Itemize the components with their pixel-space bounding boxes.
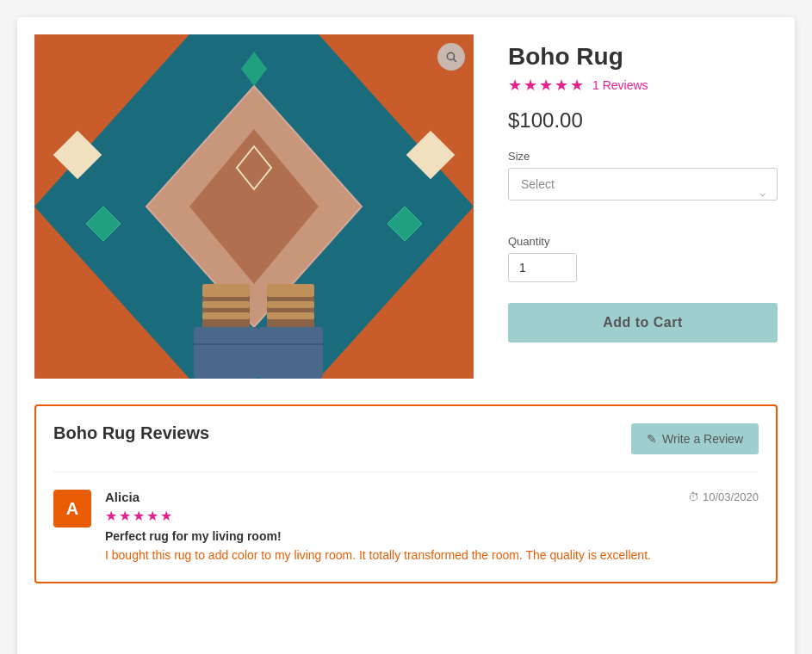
reviewer-name: Alicia	[105, 490, 139, 504]
reviews-title: Boho Rug Reviews	[53, 423, 209, 443]
review-body: I bought this rug to add color to my liv…	[105, 546, 759, 565]
svg-rect-16	[202, 284, 250, 297]
product-section: Boho Rug ★★★★★ 1 Reviews $100.00 Size Se…	[34, 34, 778, 379]
reviews-link[interactable]: 1 Reviews	[592, 78, 648, 92]
size-select[interactable]: Select Small (4x6) Medium (6x9) Large (8…	[508, 168, 778, 201]
reviews-row: ★★★★★ 1 Reviews	[508, 76, 778, 95]
product-stars: ★★★★★	[508, 76, 586, 95]
product-title: Boho Rug	[508, 43, 778, 71]
size-label: Size	[508, 150, 778, 163]
write-icon: ✎	[647, 432, 657, 446]
review-top-row: Alicia ⏱ 10/03/2020	[105, 490, 759, 504]
svg-rect-22	[194, 327, 258, 379]
svg-point-26	[447, 52, 454, 59]
clock-icon: ⏱	[688, 490, 699, 503]
review-headline: Perfect rug for my living room!	[105, 529, 759, 543]
page-container: Boho Rug ★★★★★ 1 Reviews $100.00 Size Se…	[17, 17, 795, 654]
review-date-value: 10/03/2020	[703, 490, 759, 503]
reviewer-avatar: A	[53, 490, 91, 528]
zoom-icon[interactable]	[437, 43, 465, 71]
quantity-input[interactable]	[508, 253, 577, 282]
review-content: Alicia ⏱ 10/03/2020 ★★★★★ Perfect rug fo…	[105, 490, 759, 565]
write-review-label: Write a Review	[662, 432, 743, 446]
svg-line-27	[454, 59, 456, 62]
svg-rect-18	[202, 312, 250, 319]
product-image	[34, 34, 474, 379]
svg-rect-21	[267, 312, 314, 319]
svg-rect-17	[202, 301, 250, 308]
svg-rect-20	[267, 301, 314, 308]
review-item: A Alicia ⏱ 10/03/2020 ★★★★★ Perfect rug …	[53, 490, 759, 565]
quantity-label: Quantity	[508, 235, 778, 248]
reviews-header: Boho Rug Reviews ✎ Write a Review	[53, 423, 759, 454]
review-stars: ★★★★★	[105, 508, 759, 524]
product-price: $100.00	[508, 108, 778, 133]
product-image-wrapper	[34, 34, 474, 379]
svg-rect-19	[267, 284, 314, 297]
review-date: ⏱ 10/03/2020	[688, 490, 759, 503]
add-to-cart-button[interactable]: Add to Cart	[508, 303, 778, 342]
size-select-wrapper: Select Small (4x6) Medium (6x9) Large (8…	[508, 168, 778, 218]
svg-rect-23	[258, 327, 323, 379]
product-info: Boho Rug ★★★★★ 1 Reviews $100.00 Size Se…	[508, 34, 778, 379]
write-review-button[interactable]: ✎ Write a Review	[631, 423, 759, 454]
reviews-section: Boho Rug Reviews ✎ Write a Review A Alic…	[34, 404, 778, 583]
review-divider	[53, 472, 759, 472]
